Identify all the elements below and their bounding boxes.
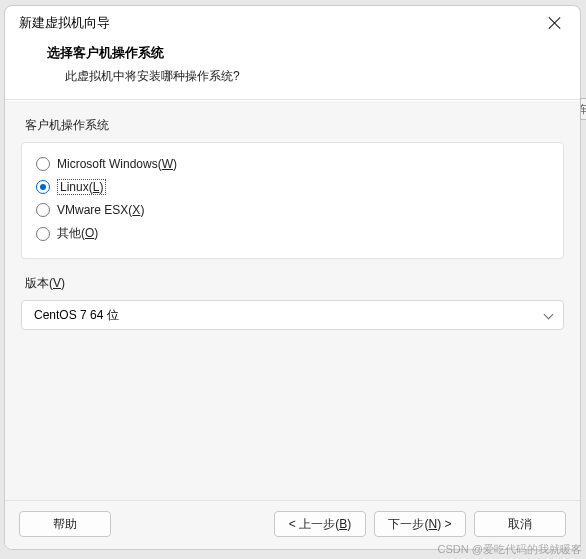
os-option-windows[interactable]: Microsoft Windows(W)	[36, 153, 549, 175]
version-selected-value: CentOS 7 64 位	[34, 307, 119, 324]
titlebar: 新建虚拟机向导	[5, 6, 580, 38]
cancel-button[interactable]: 取消	[474, 511, 566, 537]
radio-icon	[36, 157, 50, 171]
radio-icon	[36, 203, 50, 217]
radio-icon	[36, 227, 50, 241]
close-icon[interactable]	[548, 16, 562, 30]
page-title: 选择客户机操作系统	[47, 44, 562, 62]
version-select[interactable]: CentOS 7 64 位	[21, 300, 564, 330]
next-button[interactable]: 下一步(N) >	[374, 511, 466, 537]
os-option-other[interactable]: 其他(O)	[36, 221, 549, 246]
os-option-vmware-esx[interactable]: VMware ESX(X)	[36, 199, 549, 221]
radio-label: 其他(O)	[57, 225, 98, 242]
os-option-linux[interactable]: Linux(L)	[36, 175, 549, 199]
wizard-window: 新建虚拟机向导 选择客户机操作系统 此虚拟机中将安装哪种操作系统? 客户机操作系…	[4, 5, 581, 550]
chevron-down-icon	[543, 310, 553, 320]
os-options-box: Microsoft Windows(W) Linux(L) VMware ESX…	[21, 142, 564, 259]
version-label: 版本(V)	[25, 275, 564, 292]
footer: 帮助 < 上一步(B) 下一步(N) > 取消	[5, 500, 580, 549]
radio-label: VMware ESX(X)	[57, 203, 144, 217]
os-group-label: 客户机操作系统	[25, 117, 564, 134]
content-area: 客户机操作系统 Microsoft Windows(W) Linux(L) VM…	[5, 100, 580, 500]
back-button[interactable]: < 上一步(B)	[274, 511, 366, 537]
side-hint: 车	[580, 98, 586, 120]
radio-label: Microsoft Windows(W)	[57, 157, 177, 171]
radio-label: Linux(L)	[57, 179, 106, 195]
page-subtitle: 此虚拟机中将安装哪种操作系统?	[65, 68, 562, 85]
wizard-header: 选择客户机操作系统 此虚拟机中将安装哪种操作系统?	[5, 38, 580, 100]
radio-icon	[36, 180, 50, 194]
help-button[interactable]: 帮助	[19, 511, 111, 537]
window-title: 新建虚拟机向导	[19, 14, 110, 32]
